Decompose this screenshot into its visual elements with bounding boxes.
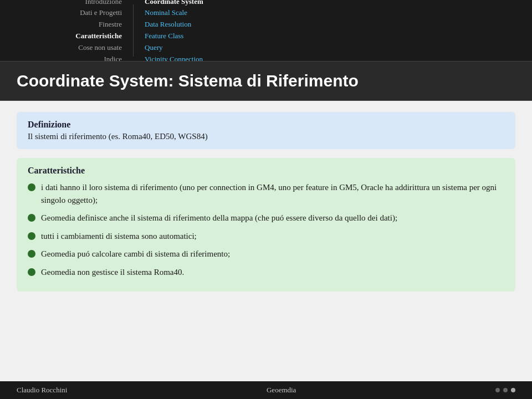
nav-dot-1[interactable] (495, 388, 500, 392)
bullet-icon (28, 232, 35, 240)
characteristics-box: Caratteristiche i dati hanno il loro sis… (17, 158, 515, 291)
bullet-text: Geomedia non gestisce il sistema Roma40. (41, 266, 184, 279)
list-item: Geomedia definisce anche il sistema di r… (28, 212, 504, 224)
nav-left-item[interactable]: Introduzione (85, 0, 122, 7)
bullet-list: i dati hanno il loro sistema di riferime… (28, 181, 504, 278)
footer: Claudio Rocchini Geoemdia (0, 381, 532, 399)
definition-text: Il sistemi di riferimento (es. Roma40, E… (28, 132, 504, 141)
bullet-text: i dati hanno il loro sistema di riferime… (41, 181, 504, 206)
nav-left-item[interactable]: Dati e Progetti (80, 7, 122, 19)
definition-heading: Definizione (28, 120, 504, 130)
bullet-icon (28, 214, 35, 222)
list-item: tutti i cambiamenti di sistema sono auto… (28, 230, 504, 243)
bullet-text: Geomedia puó calcolare cambi di sistema … (41, 248, 230, 260)
nav-right-item[interactable]: Feature Class (145, 30, 203, 42)
top-nav: IntroduzioneDati e ProgettiFinestreCarat… (0, 0, 532, 61)
nav-left-item[interactable]: Cose non usate (78, 42, 122, 54)
nav-right: Coordinate SystemNominal ScaleData Resol… (133, 4, 203, 57)
bullet-icon (28, 183, 35, 191)
nav-right-item[interactable]: Query (145, 42, 203, 54)
nav-left-item[interactable]: Caratteristiche (75, 30, 122, 42)
list-item: i dati hanno il loro sistema di riferime… (28, 181, 504, 206)
nav-right-item[interactable]: Data Resolution (145, 19, 203, 30)
page-title: Coordinate System: Sistema di Riferiment… (17, 71, 515, 90)
footer-center: Geoemdia (267, 386, 296, 395)
nav-left: IntroduzioneDati e ProgettiFinestreCarat… (0, 4, 133, 57)
main-content: Definizione Il sistemi di riferimento (e… (0, 101, 532, 399)
footer-left: Claudio Rocchini (17, 386, 67, 395)
characteristics-heading: Caratteristiche (28, 166, 504, 176)
bullet-icon (28, 250, 35, 258)
list-item: Geomedia non gestisce il sistema Roma40. (28, 266, 504, 279)
nav-dot-3[interactable] (511, 388, 515, 392)
title-bar: Coordinate System: Sistema di Riferiment… (0, 61, 532, 101)
footer-nav-dots (495, 388, 515, 392)
bullet-text: Geomedia definisce anche il sistema di r… (41, 212, 397, 224)
list-item: Geomedia puó calcolare cambi di sistema … (28, 248, 504, 260)
definition-box: Definizione Il sistemi di riferimento (e… (17, 112, 515, 149)
bullet-icon (28, 268, 35, 276)
nav-right-item[interactable]: Coordinate System (145, 0, 203, 7)
bullet-text: tutti i cambiamenti di sistema sono auto… (41, 230, 197, 243)
nav-right-item[interactable]: Nominal Scale (145, 7, 203, 19)
nav-dot-2[interactable] (503, 388, 508, 392)
nav-left-item[interactable]: Finestre (99, 19, 122, 30)
